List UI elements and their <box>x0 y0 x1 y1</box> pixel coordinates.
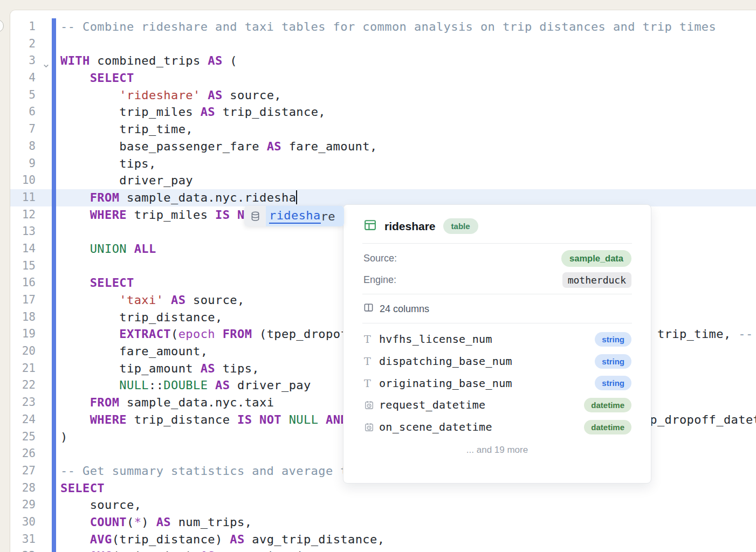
column-name: on_scene_datetime <box>379 420 584 433</box>
line-number[interactable]: 4 <box>10 70 36 87</box>
code-line-text[interactable]: WITH combined_trips AS ( <box>60 52 756 70</box>
code-line: 1-- Combine rideshare and taxi tables fo… <box>10 18 756 36</box>
code-line-text[interactable]: driver_pay <box>60 172 756 189</box>
line-number[interactable]: 9 <box>10 155 36 172</box>
code-line: 6 trip_miles AS trip_distance, <box>10 104 756 121</box>
calendar-clock-icon <box>364 422 379 432</box>
code-line: 8 base_passenger_fare AS fare_amount, <box>10 138 756 155</box>
code-line: 4 SELECT <box>10 70 756 87</box>
line-number[interactable]: 31 <box>10 531 36 548</box>
line-number[interactable]: 28 <box>10 480 36 497</box>
line-number[interactable]: 17 <box>10 292 36 309</box>
code-line: 29 source, <box>10 496 756 514</box>
line-number[interactable]: 7 <box>10 121 36 138</box>
table-icon <box>363 218 377 234</box>
line-number[interactable]: 22 <box>10 377 36 394</box>
text-type-icon: T <box>364 333 379 345</box>
column-row: Tdispatching_base_numstring <box>343 350 651 372</box>
line-number[interactable]: 25 <box>10 429 36 446</box>
code-line-text[interactable]: base_passenger_fare AS fare_amount, <box>60 138 756 155</box>
line-number[interactable]: 20 <box>10 343 36 360</box>
more-columns-text: ... and 19 more <box>343 438 651 456</box>
column-row: Toriginating_base_numstring <box>343 372 651 394</box>
code-line-text[interactable]: SELECT <box>60 70 756 87</box>
line-number[interactable]: 26 <box>10 445 36 463</box>
columns-count-row: 24 columns <box>343 294 651 323</box>
code-line: 30 COUNT(*) AS num_trips, <box>10 514 756 531</box>
code-line-text[interactable]: 'rideshare' AS source, <box>60 87 756 104</box>
code-line: 3WITH combined_trips AS ( <box>10 52 756 70</box>
engine-row: Engine: motherduck <box>343 269 651 291</box>
table-title: rideshare <box>384 220 436 233</box>
line-number[interactable]: 13 <box>10 223 36 240</box>
columns-icon <box>363 302 374 315</box>
code-line: 32 AVG(trip_time) AS avg_trip_time, <box>10 548 756 552</box>
column-name: dispatching_base_num <box>379 355 595 368</box>
text-type-icon: T <box>364 355 379 367</box>
columns-list: Thvfhs_license_numstringTdispatching_bas… <box>343 323 651 438</box>
code-line: 7 trip_time, <box>10 121 756 138</box>
line-number[interactable]: 10 <box>10 172 36 189</box>
column-type-badge: datetime <box>584 398 631 412</box>
line-number[interactable]: 27 <box>10 463 36 480</box>
column-name: hvfhs_license_num <box>379 333 595 346</box>
collapsed-panel-handle[interactable] <box>0 19 4 32</box>
code-line: 5 'rideshare' AS source, <box>10 87 756 104</box>
code-line: 31 AVG(trip_distance) AS avg_trip_distan… <box>10 531 756 548</box>
line-number[interactable]: 2 <box>10 36 36 53</box>
code-line: 2 <box>10 36 756 53</box>
line-number[interactable]: 12 <box>10 206 36 224</box>
autocomplete-suggestion[interactable]: rideshare <box>244 206 344 226</box>
code-line-text[interactable]: FROM sample_data.nyc.ridesha <box>60 189 756 206</box>
column-row: request_datetimedatetime <box>343 394 651 416</box>
database-icon <box>244 206 266 226</box>
autocomplete-label: rideshare <box>266 206 344 226</box>
fold-chevron-down-icon[interactable] <box>43 57 50 65</box>
table-info-header: rideshare table <box>343 205 651 243</box>
source-label: Source: <box>363 253 397 264</box>
column-type-badge: datetime <box>584 420 631 434</box>
table-type-badge: table <box>443 218 478 234</box>
code-line-text[interactable]: trip_miles AS trip_distance, <box>60 104 756 121</box>
code-line-text[interactable]: tips, <box>60 155 756 172</box>
line-number[interactable]: 5 <box>10 87 36 104</box>
column-name: originating_base_num <box>379 377 595 390</box>
line-number[interactable]: 3 <box>10 52 36 70</box>
line-number[interactable]: 11 <box>10 189 36 206</box>
table-info-card: rideshare table Source: sample_data Engi… <box>343 204 651 484</box>
line-number[interactable]: 32 <box>10 548 36 552</box>
code-line-text[interactable]: trip_time, <box>60 121 756 138</box>
source-value-badge: sample_data <box>561 250 631 267</box>
line-number[interactable]: 14 <box>10 240 36 258</box>
line-number[interactable]: 23 <box>10 394 36 411</box>
app-background: 1-- Combine rideshare and taxi tables fo… <box>0 0 756 552</box>
code-line-text[interactable]: -- Combine rideshare and taxi tables for… <box>60 18 756 36</box>
line-number[interactable]: 18 <box>10 309 36 326</box>
code-line-text[interactable]: source, <box>60 496 756 514</box>
code-line-text[interactable]: AVG(trip_time) AS avg_trip_time, <box>60 548 756 552</box>
engine-label: Engine: <box>363 274 396 286</box>
code-line-text[interactable]: AVG(trip_distance) AS avg_trip_distance, <box>60 531 756 548</box>
line-number[interactable]: 15 <box>10 258 36 275</box>
engine-value-badge: motherduck <box>562 272 631 288</box>
line-number[interactable]: 24 <box>10 411 36 429</box>
line-number[interactable]: 29 <box>10 496 36 514</box>
changed-lines-indicator <box>52 18 56 552</box>
line-number[interactable]: 16 <box>10 274 36 292</box>
autocomplete-rest-text: re <box>321 210 335 223</box>
text-cursor <box>296 190 297 204</box>
source-row: Source: sample_data <box>343 247 651 269</box>
calendar-clock-icon <box>364 400 379 410</box>
columns-count-text: 24 columns <box>380 303 429 315</box>
line-number[interactable]: 21 <box>10 360 36 377</box>
code-line-text[interactable]: COUNT(*) AS num_trips, <box>60 514 756 531</box>
code-line: 9 tips, <box>10 155 756 172</box>
column-name: request_datetime <box>379 398 584 411</box>
line-number[interactable]: 6 <box>10 104 36 121</box>
line-number[interactable]: 1 <box>10 18 36 36</box>
line-number[interactable]: 19 <box>10 326 36 343</box>
column-row: on_scene_datetimedatetime <box>343 416 651 438</box>
column-type-badge: string <box>595 354 631 369</box>
line-number[interactable]: 30 <box>10 514 36 531</box>
line-number[interactable]: 8 <box>10 138 36 155</box>
